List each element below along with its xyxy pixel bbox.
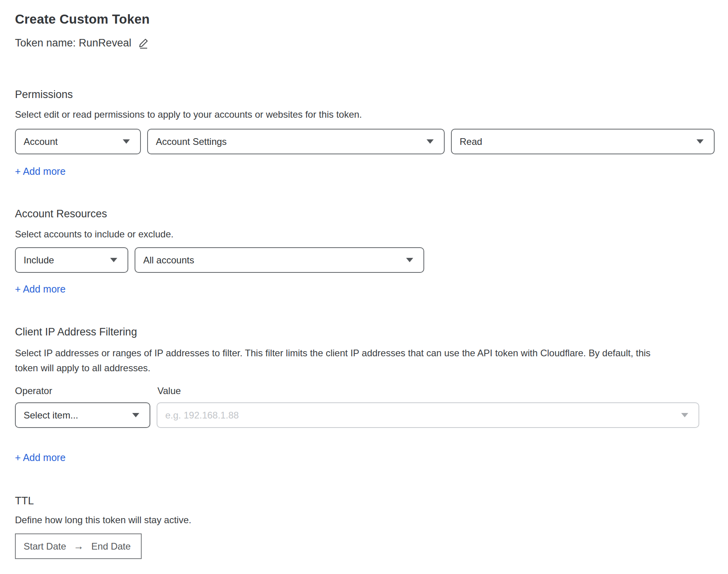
ip-filtering-add-more-link[interactable]: + Add more	[15, 451, 66, 464]
ip-filtering-section: Client IP Address Filtering Select IP ad…	[15, 326, 728, 495]
permission-group-value: Account Settings	[156, 136, 227, 147]
permission-scope-value: Account	[24, 136, 58, 147]
permissions-description: Select edit or read permissions to apply…	[15, 107, 728, 122]
resource-accounts-select[interactable]: All accounts	[135, 247, 424, 273]
value-label: Value	[157, 385, 181, 396]
permission-scope-select[interactable]: Account	[15, 129, 141, 154]
permissions-heading: Permissions	[15, 89, 728, 101]
account-resources-select-row: Include All accounts	[15, 247, 728, 273]
resource-mode-value: Include	[24, 255, 54, 266]
ip-value-input[interactable]	[165, 410, 676, 421]
ttl-description: Define how long this token will stay act…	[15, 513, 728, 528]
edit-token-name-icon[interactable]	[138, 37, 149, 49]
account-resources-description: Select accounts to include or exclude.	[15, 227, 728, 242]
ip-operator-select[interactable]: Select item...	[15, 402, 150, 428]
permissions-select-row: Account Account Settings Read	[15, 129, 728, 154]
end-date-label: End Date	[91, 541, 131, 552]
ip-filtering-labels: Operator Value	[15, 385, 728, 396]
permission-access-value: Read	[460, 136, 482, 147]
permission-group-select[interactable]: Account Settings	[147, 129, 445, 154]
ip-filtering-heading: Client IP Address Filtering	[15, 326, 728, 338]
ttl-date-range-picker[interactable]: Start Date → End Date	[15, 533, 142, 559]
resource-accounts-value: All accounts	[143, 255, 194, 266]
chevron-down-icon	[427, 139, 434, 144]
chevron-down-icon	[681, 413, 688, 417]
arrow-right-icon: →	[74, 540, 84, 552]
account-resources-add-more-link[interactable]: + Add more	[15, 283, 66, 295]
token-name-row: Token name: RunReveal	[15, 37, 728, 49]
permission-access-select[interactable]: Read	[451, 129, 715, 154]
ip-value-field[interactable]	[157, 402, 699, 428]
permissions-section: Permissions Select edit or read permissi…	[15, 89, 728, 208]
ip-filtering-input-row: Select item...	[15, 402, 728, 428]
resource-mode-select[interactable]: Include	[15, 247, 128, 273]
ttl-section: TTL Define how long this token will stay…	[15, 495, 728, 559]
chevron-down-icon	[110, 258, 117, 262]
start-date-label: Start Date	[24, 541, 66, 552]
chevron-down-icon	[132, 413, 139, 417]
page-title: Create Custom Token	[15, 12, 728, 27]
ttl-heading: TTL	[15, 495, 728, 507]
operator-label: Operator	[15, 385, 157, 396]
ip-filtering-description: Select IP addresses or ranges of IP addr…	[15, 346, 652, 376]
chevron-down-icon	[406, 258, 413, 262]
chevron-down-icon	[697, 139, 704, 144]
account-resources-heading: Account Resources	[15, 208, 728, 220]
account-resources-section: Account Resources Select accounts to inc…	[15, 208, 728, 326]
token-name-text: Token name: RunReveal	[15, 37, 131, 49]
ip-operator-value: Select item...	[24, 410, 78, 421]
permissions-add-more-link[interactable]: + Add more	[15, 165, 66, 178]
chevron-down-icon	[123, 139, 130, 144]
